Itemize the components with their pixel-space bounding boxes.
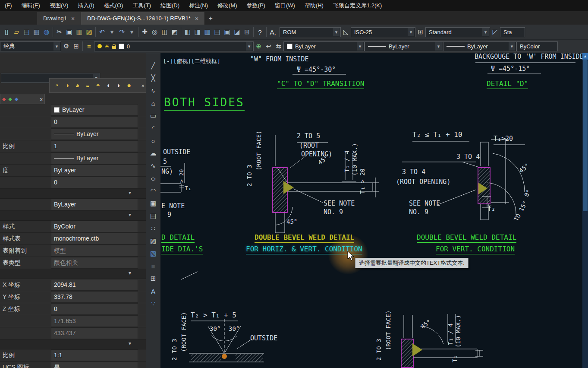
cad-text[interactable]: FOR HORIZ. & VERT. CONDITION	[246, 245, 362, 254]
zoom-previous-icon[interactable]: ◩	[170, 26, 179, 38]
chevron-down-icon[interactable]: ▾	[408, 28, 414, 36]
layer-freeze-icon[interactable]: ☀	[104, 43, 110, 50]
linetype-combo[interactable]: ByLayer ▾	[365, 41, 443, 51]
menu-item[interactable]: 插入(I)	[73, 0, 99, 11]
polyline-icon[interactable]: ϟ	[148, 85, 159, 96]
cad-text[interactable]: OUTSIDE	[163, 149, 190, 156]
new-tab-button[interactable]: +	[205, 12, 216, 25]
text-style-icon[interactable]: A,	[268, 26, 278, 38]
cad-text[interactable]: T₂ ≤ T₁ + 10	[412, 131, 462, 139]
cad-text[interactable]: T₁ > 20	[359, 168, 366, 194]
cad-text[interactable]: 5	[163, 158, 167, 165]
menu-item[interactable]: 视图(V)	[45, 0, 73, 11]
prop-value[interactable]: 0	[51, 177, 138, 188]
chevron-down-icon[interactable]: ▾	[129, 340, 131, 346]
close-icon[interactable]: ×	[141, 82, 145, 89]
prop-value[interactable]: 0	[51, 303, 138, 315]
cad-text[interactable]: DOUBLE BEVEL WELD DETAIL	[417, 234, 516, 243]
cad-text[interactable]: (10 MAX.)	[455, 315, 462, 348]
region-icon[interactable]: ■	[148, 260, 159, 272]
cad-text[interactable]: BACKGOUGE TO 'W' FROM INSIDE	[475, 53, 582, 60]
cad-text[interactable]: NO. 9	[324, 209, 343, 216]
zoom-realtime-icon[interactable]: ◎	[150, 26, 160, 38]
prop-value[interactable]: ByLayer	[51, 152, 138, 164]
prop-value[interactable]: 2094.81	[51, 279, 138, 291]
toolpalettes-icon[interactable]: ▤	[212, 26, 222, 38]
cad-text[interactable]: FOR VERT. CONDITION	[436, 245, 515, 254]
copy-icon[interactable]: ▣	[64, 26, 74, 38]
cad-text[interactable]: 3 TO 4	[456, 153, 480, 161]
cad-text[interactable]: OUTSIDE	[250, 335, 277, 342]
workspace-combo[interactable]: 经典 ▾	[0, 41, 61, 51]
scroll-up-button[interactable]: ▲	[582, 53, 588, 60]
close-icon[interactable]: x	[40, 96, 43, 102]
cad-text[interactable]: "W" FROM INSIDE	[250, 56, 308, 63]
menu-item[interactable]: 帮助(H)	[300, 0, 328, 11]
arc-icon[interactable]: ◜	[148, 123, 159, 134]
designcenter-icon[interactable]: ▥	[202, 26, 212, 38]
cad-text[interactable]: 2 TO 3	[171, 339, 178, 361]
dim-style-combo[interactable]: ISO-25 ▾	[351, 27, 415, 37]
pan-icon[interactable]: ✚	[140, 26, 150, 38]
redo-caret-icon[interactable]: ▾	[127, 26, 137, 38]
chevron-down-icon[interactable]: ▾	[482, 28, 489, 36]
menu-item[interactable]: 修改(M)	[213, 0, 242, 11]
cad-text[interactable]: 2 TO 3	[246, 165, 253, 187]
undo-icon[interactable]: ↶	[97, 26, 107, 38]
cad-text[interactable]: T₁ / 4	[343, 150, 350, 172]
scrollbar-thumb[interactable]	[583, 60, 588, 211]
cad-text[interactable]: (ROOT FACE)	[255, 130, 262, 171]
cad-text[interactable]: NG)	[161, 168, 173, 175]
cad-text[interactable]: T₁	[451, 355, 458, 362]
cad-text[interactable]: Ψ =45°-15°	[491, 65, 530, 73]
chevron-down-icon[interactable]: ▾	[129, 270, 131, 276]
cad-text[interactable]: (ROOT OPENING)	[396, 178, 450, 186]
menu-item[interactable]: 参数(P)	[242, 0, 270, 11]
ellipse-icon[interactable]: ○	[145, 173, 162, 184]
chevron-down-icon[interactable]: ▾	[357, 42, 363, 51]
gear-icon[interactable]: ⚙	[61, 41, 71, 52]
prop-value[interactable]: 1:1	[51, 349, 138, 361]
mleader-style-icon[interactable]: ◸	[490, 26, 500, 38]
undo-caret-icon[interactable]: ▾	[107, 26, 117, 38]
cad-text[interactable]: 9	[167, 211, 171, 219]
gradient-icon[interactable]: ▧	[148, 248, 159, 259]
layer-translate-icon[interactable]: ⇆	[274, 41, 283, 52]
donut-icon[interactable]: ◒	[82, 80, 93, 91]
prop-value[interactable]: 433.437	[51, 327, 138, 339]
prop-section-header[interactable]: ▾	[0, 189, 146, 199]
menu-item[interactable]: 工具(T)	[128, 0, 156, 11]
donut-icon[interactable]: ◔	[51, 80, 62, 91]
donut-icon[interactable]: ◑	[62, 80, 72, 91]
prop-value[interactable]: 337.78	[51, 291, 138, 303]
prop-value[interactable]: ByColor	[51, 221, 138, 232]
cad-text[interactable]: (ROOT	[299, 142, 319, 149]
close-icon[interactable]: ×	[71, 16, 75, 22]
make-block-icon[interactable]: ▤	[148, 210, 159, 222]
donut-icon[interactable]: ◕	[72, 80, 82, 91]
properties-icon[interactable]: ◨	[192, 26, 202, 38]
cad-text[interactable]: T₁>20	[494, 135, 513, 143]
prop-value[interactable]: ByLayer	[51, 128, 138, 140]
chevron-down-icon[interactable]: ▾	[246, 42, 252, 51]
donut-icon[interactable]: ◖	[103, 80, 113, 91]
menu-item[interactable]: 绘图(D)	[156, 0, 184, 11]
file-tab-drawing1[interactable]: Drawing1 ×	[37, 12, 81, 25]
cad-text[interactable]: 30°	[210, 325, 220, 332]
chevron-down-icon[interactable]: ▾	[129, 190, 131, 196]
workspace-settings-icon[interactable]: ⊞	[71, 41, 81, 52]
layer-on-icon[interactable]	[97, 44, 102, 48]
menu-item[interactable]: 标注(N)	[184, 0, 213, 11]
prop-value[interactable]: 171.653	[51, 315, 138, 327]
rectangle-icon[interactable]: ▭	[148, 110, 159, 121]
donut-icon[interactable]: ◓	[93, 80, 103, 91]
chevron-down-icon[interactable]: ▾	[509, 42, 515, 51]
table-icon[interactable]: ⊞	[148, 273, 159, 284]
make-layer-current-icon[interactable]: ⊕	[254, 41, 264, 52]
menu-item[interactable]: 格式(O)	[99, 0, 128, 11]
vertical-scrollbar[interactable]: ▲	[582, 53, 588, 368]
web-icon[interactable]: ◍	[41, 26, 51, 38]
chevron-down-icon[interactable]: ▾	[333, 28, 340, 36]
markup-icon[interactable]: ◪	[232, 26, 242, 38]
chevron-down-icon[interactable]: ▾	[53, 42, 60, 51]
